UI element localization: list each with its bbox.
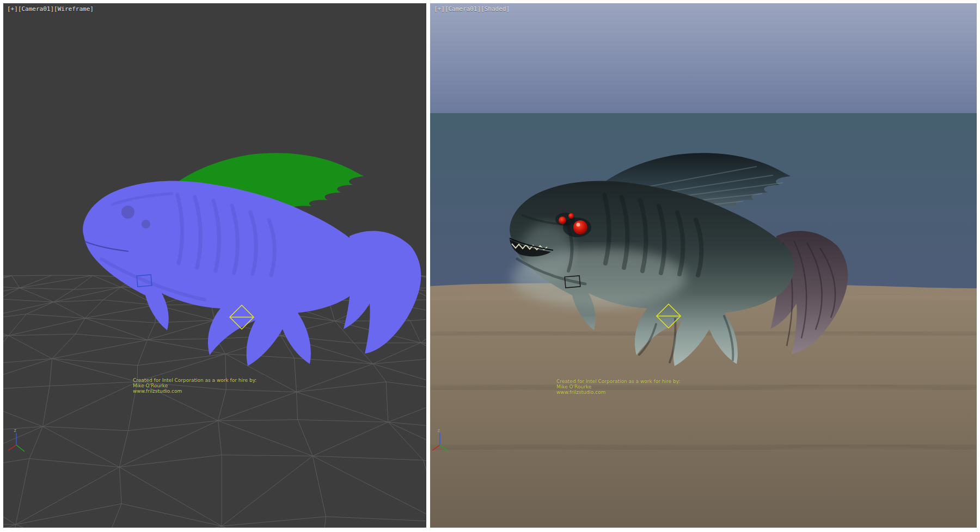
viewport-camera-menu[interactable]: [Camera01] xyxy=(18,5,54,13)
viewport-label-wireframe: [+][Camera01][Wireframe] xyxy=(7,5,94,13)
sky-upper xyxy=(430,3,977,113)
viewport-shaded[interactable]: [+][Camera01][Shaded] xyxy=(430,3,977,528)
eye-small-red xyxy=(559,216,566,224)
copyright-annotation: Created for Intel Corporation as a work … xyxy=(133,378,256,394)
viewport-shading-menu[interactable]: [Shaded] xyxy=(481,5,510,13)
viewport-menu-button[interactable]: [+] xyxy=(434,5,445,13)
axis-z-label: z xyxy=(437,428,440,433)
viewport-menu-button[interactable]: [+] xyxy=(7,5,18,13)
fish-model-wireframe[interactable] xyxy=(83,153,421,366)
viewport-camera-menu[interactable]: [Camera01] xyxy=(445,5,481,13)
world-axis-tripod: z xyxy=(8,428,24,451)
eye-large-red xyxy=(573,220,587,234)
fish-eye-left-large xyxy=(121,206,134,219)
viewport-wireframe[interactable]: [+][Camera01][Wireframe] xyxy=(3,3,426,528)
eye-tiny-red xyxy=(568,213,574,219)
viewport-label-shaded: [+][Camera01][Shaded] xyxy=(434,5,510,13)
viewport-shading-menu[interactable]: [Wireframe] xyxy=(54,5,94,13)
axis-z-label: z xyxy=(14,428,16,433)
fish-eye-left-small xyxy=(142,220,150,228)
copyright-annotation: Created for Intel Corporation as a work … xyxy=(556,379,680,395)
dual-viewport-app: { "viewports": { "left": { "menu": "[+]"… xyxy=(0,0,980,532)
